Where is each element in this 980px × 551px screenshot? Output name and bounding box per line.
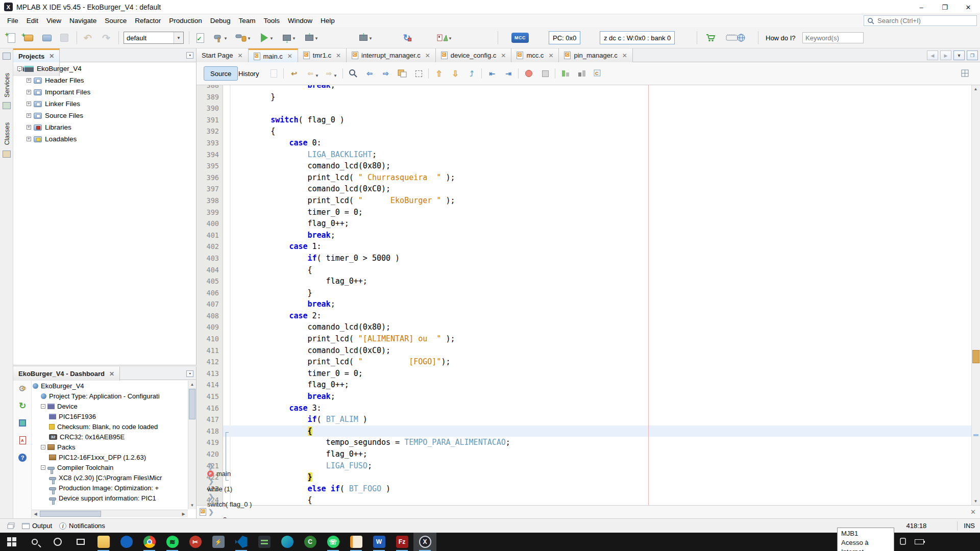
panel-tab-projects[interactable]: Projects✕	[13, 48, 60, 62]
dashboard-vscrollbar[interactable]: ▲ ▼	[188, 381, 196, 509]
shift-right-icon[interactable]: ⇥	[503, 68, 514, 79]
minimize-button[interactable]: –	[910, 0, 933, 14]
expander-icon[interactable]: +	[27, 137, 31, 141]
save-all-button[interactable]	[58, 32, 70, 44]
menu-item-help[interactable]: Help	[316, 15, 339, 26]
taskbar-button-spotify[interactable]: ≋	[161, 533, 184, 551]
menu-item-file[interactable]: File	[3, 15, 22, 26]
configuration-select[interactable]: default ▼	[124, 32, 184, 44]
code-line-418[interactable]: 418 {	[197, 425, 980, 437]
dashboard-tab[interactable]: EkoBurger_V4 - Dashboard ✕	[13, 367, 120, 381]
close-breadcrumb-icon[interactable]: ✕	[970, 508, 976, 516]
editor-vscrollbar[interactable]: ▲ ▼	[971, 85, 980, 505]
close-button[interactable]: ✕	[957, 0, 980, 14]
read-device-memory-button[interactable]: ↑	[357, 32, 370, 44]
scroll-down-icon[interactable]: ▼	[972, 497, 979, 505]
toggle-bookmark-icon[interactable]	[523, 68, 534, 79]
dashboard-hscrollbar[interactable]: ◀ ▶	[32, 510, 188, 517]
code-line-401[interactable]: 401 break;	[197, 230, 980, 241]
quick-search-input[interactable]	[877, 17, 976, 24]
rectangular-selection-icon[interactable]	[413, 68, 424, 79]
window-list-icon[interactable]	[7, 522, 15, 529]
editor-tab-tmr1-c[interactable]: tmr1.c ✕	[298, 48, 347, 62]
new-project-button[interactable]: +	[22, 32, 35, 44]
code-fold-bracket[interactable]	[226, 432, 229, 481]
help-icon[interactable]: ?	[17, 452, 28, 463]
code-line-408[interactable]: 408 case 2:	[197, 310, 980, 322]
last-edit-icon[interactable]: ↩	[288, 68, 300, 79]
toggle-highlight-icon[interactable]	[397, 68, 408, 79]
taskbar-button-pdfdoc[interactable]	[345, 533, 368, 551]
menu-item-view[interactable]: View	[42, 15, 65, 26]
scroll-down-icon[interactable]: ▼	[188, 502, 196, 509]
code-line-420[interactable]: 420 flag_0++;	[197, 448, 980, 460]
find-next-icon[interactable]: ⇨	[380, 68, 391, 79]
menu-item-navigate[interactable]: Navigate	[65, 15, 101, 26]
forward-icon[interactable]: ⇒	[323, 68, 334, 79]
breadcrumb-item-switch-flag-0[interactable]: switch( flag_0 )	[207, 500, 252, 508]
format-icon[interactable]	[268, 68, 279, 79]
menu-item-team[interactable]: Team	[235, 15, 260, 26]
code-line-421[interactable]: 421 LIGA_FUSO;	[197, 460, 980, 472]
clean-build-project-button[interactable]	[235, 32, 247, 44]
minimize-dashboard-button[interactable]: ▪	[186, 370, 193, 377]
expander-icon[interactable]: -	[17, 66, 22, 71]
tree-node-header-files[interactable]: + Header Files	[13, 74, 196, 86]
find-previous-icon[interactable]: ⇦	[364, 68, 375, 79]
memory-globe-icon[interactable]	[725, 32, 747, 44]
code-line-388[interactable]: 388 break;	[197, 85, 980, 91]
dashboard-node-compiler-toolchain[interactable]: - Compiler Toolchain	[32, 462, 188, 472]
tree-node-source-files[interactable]: + Source Files	[13, 110, 196, 121]
taskbar-button-chrome[interactable]	[138, 533, 161, 551]
refresh-debug-tool-button[interactable]: ↻	[401, 32, 413, 44]
editor-tab-start-page[interactable]: Start Page ✕	[197, 48, 249, 62]
tree-node-ekoburger-v4[interactable]: - EkoBurger_V4	[13, 63, 196, 74]
close-icon[interactable]: ✕	[109, 370, 114, 378]
code-line-424[interactable]: 424 {	[197, 494, 980, 505]
read-device-button[interactable]: ↑	[303, 32, 315, 44]
code-line-398[interactable]: 398 print_lcd( " EkoBurger " );	[197, 195, 980, 207]
expander-icon[interactable]: +	[27, 102, 31, 106]
dashboard-node-ekoburger-v4[interactable]: EkoBurger_V4	[32, 381, 188, 391]
breadcrumb-item-main[interactable]: Fmain	[207, 470, 252, 478]
code-line-409[interactable]: 409 comando_lcd(0x80);	[197, 321, 980, 333]
editor-tab-main-c[interactable]: main.c ✕	[249, 48, 298, 62]
close-icon[interactable]: ✕	[237, 52, 242, 59]
dashboard-node-xc8-v2-30-c-program-files-micr[interactable]: XC8 (v2.30) [C:\Program Files\Micr	[32, 472, 188, 483]
code-line-391[interactable]: 391 switch( flag_0 )	[197, 114, 980, 126]
rail-tab-services[interactable]: Services	[4, 70, 11, 101]
taskbar-button-search[interactable]	[23, 533, 46, 551]
code-line-404[interactable]: 404 {	[197, 264, 980, 276]
tree-node-libraries[interactable]: + Libraries	[13, 121, 196, 133]
scroll-right-icon[interactable]: ▶	[180, 510, 187, 518]
dashboard-node-production-image-optimization[interactable]: Production Image: Optimization: +	[32, 483, 188, 493]
memory-view-icon[interactable]	[17, 417, 28, 429]
breadcrumb-item-while-1[interactable]: while (1)	[207, 485, 252, 493]
editor-tab-pin-manager-c[interactable]: pin_manager.c ✕	[559, 48, 632, 62]
editor-tab-mcc-c[interactable]: mcc.c ✕	[511, 48, 559, 62]
taskbar-button-cortana[interactable]	[46, 533, 69, 551]
code-line-410[interactable]: 410 print_lcd( "[ALIMENTAR] ou " );	[197, 333, 980, 345]
code-line-423[interactable]: 423 else if( BT_FOGO )	[197, 483, 980, 495]
display-tray-icon[interactable]	[899, 538, 908, 546]
how-do-i-search[interactable]	[802, 32, 864, 43]
close-icon[interactable]: ✕	[425, 52, 430, 59]
scroll-left-icon[interactable]: ◀	[32, 510, 39, 518]
debug-tool-status-icon[interactable]	[436, 32, 449, 44]
code-line-389[interactable]: 389 }	[197, 91, 980, 103]
menu-item-tools[interactable]: Tools	[260, 15, 284, 26]
output-tab[interactable]: Output	[22, 522, 52, 530]
services-icon[interactable]	[3, 102, 11, 109]
close-icon[interactable]: ✕	[336, 52, 341, 59]
code-line-407[interactable]: 407 break;	[197, 298, 980, 310]
stop-macro-icon[interactable]	[540, 68, 551, 79]
menu-item-window[interactable]: Window	[284, 15, 316, 26]
menu-item-edit[interactable]: Edit	[22, 15, 42, 26]
close-icon[interactable]: ✕	[622, 52, 627, 59]
code-line-393[interactable]: 393 case 0:	[197, 137, 980, 149]
previous-occurrence-icon[interactable]: ⇧	[433, 68, 445, 79]
run-project-button[interactable]	[258, 32, 271, 44]
menu-item-source[interactable]: Source	[101, 15, 131, 26]
expander-icon[interactable]: +	[27, 113, 31, 118]
menu-item-production[interactable]: Production	[165, 15, 206, 26]
